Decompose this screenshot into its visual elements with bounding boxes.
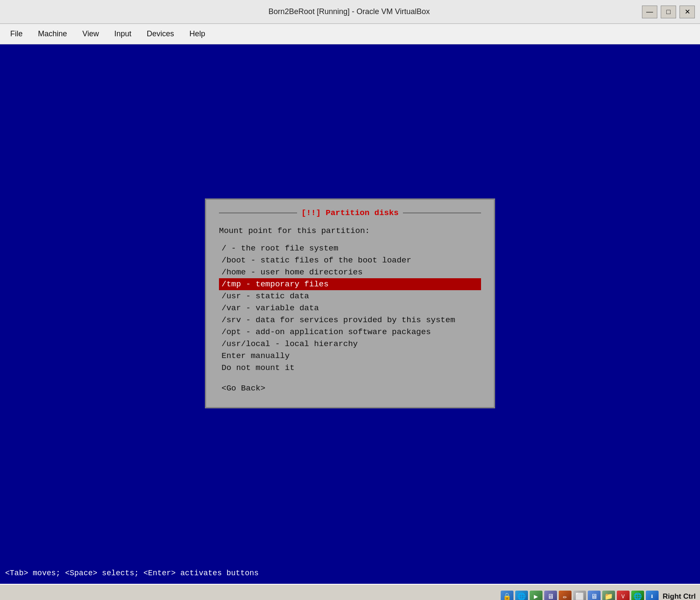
menubar: File Machine View Input Devices Help xyxy=(0,24,700,44)
partition-dialog: [!!] Partition disks Mount point for thi… xyxy=(205,198,495,408)
status-text: <Tab> moves; <Space> selects; <Enter> ac… xyxy=(5,569,259,577)
vm-screen[interactable]: [!!] Partition disks Mount point for thi… xyxy=(0,44,700,562)
option-root[interactable]: / - the root file system xyxy=(219,242,481,254)
taskbar-icon-11[interactable]: ⬇ xyxy=(646,591,659,600)
menu-help[interactable]: Help xyxy=(183,27,212,41)
statusbar: <Tab> moves; <Space> selects; <Enter> ac… xyxy=(0,562,700,584)
window-title: Born2BeRoot [Running] - Oracle VM Virtua… xyxy=(56,7,642,16)
menu-view[interactable]: View xyxy=(76,27,106,41)
option-do-not-mount[interactable]: Do not mount it xyxy=(219,362,481,374)
taskbar-icon-10[interactable]: 🌐 xyxy=(631,591,644,600)
taskbar: 🔒 🌐 ▶ 🖥 ✏ ⬜ 🖥 📁 V 🌐 ⬇ Right Ctrl xyxy=(0,584,700,600)
maximize-button[interactable]: □ xyxy=(661,6,676,18)
taskbar-icon-3[interactable]: ▶ xyxy=(530,591,542,600)
menu-devices[interactable]: Devices xyxy=(140,27,181,41)
taskbar-icon-2[interactable]: 🌐 xyxy=(515,591,528,600)
option-tmp[interactable]: /tmp - temporary files xyxy=(219,278,481,290)
taskbar-icon-6[interactable]: ⬜ xyxy=(573,591,586,600)
go-back-button[interactable]: <Go Back> xyxy=(219,382,268,394)
dialog-prompt: Mount point for this partition: xyxy=(219,226,481,236)
option-home[interactable]: /home - user home directories xyxy=(219,266,481,278)
menu-file[interactable]: File xyxy=(3,27,29,41)
option-usrlocal[interactable]: /usr/local - local hierarchy xyxy=(219,338,481,350)
window-controls: — □ ✕ xyxy=(642,6,695,18)
option-usr[interactable]: /usr - static data xyxy=(219,290,481,302)
dialog-title-row: [!!] Partition disks xyxy=(219,208,481,218)
option-srv[interactable]: /srv - data for services provided by thi… xyxy=(219,314,481,326)
taskbar-icon-1[interactable]: 🔒 xyxy=(501,591,513,600)
taskbar-icon-8[interactable]: 📁 xyxy=(602,591,615,600)
option-boot[interactable]: /boot - static files of the boot loader xyxy=(219,254,481,266)
taskbar-icon-4[interactable]: 🖥 xyxy=(544,591,557,600)
option-var[interactable]: /var - variable data xyxy=(219,302,481,314)
titlebar: Born2BeRoot [Running] - Oracle VM Virtua… xyxy=(0,0,700,24)
option-enter-manually[interactable]: Enter manually xyxy=(219,350,481,362)
taskbar-icon-7[interactable]: 🖥 xyxy=(588,591,601,600)
title-line-right xyxy=(403,213,481,213)
minimize-button[interactable]: — xyxy=(642,6,657,18)
close-button[interactable]: ✕ xyxy=(680,6,695,18)
option-opt[interactable]: /opt - add-on application software packa… xyxy=(219,326,481,338)
taskbar-icon-5[interactable]: ✏ xyxy=(559,591,572,600)
taskbar-icon-9[interactable]: V xyxy=(617,591,630,600)
title-line-left xyxy=(219,213,297,213)
dialog-content: Mount point for this partition: / - the … xyxy=(219,226,481,394)
right-ctrl-label: Right Ctrl xyxy=(663,592,696,600)
menu-input[interactable]: Input xyxy=(108,27,138,41)
menu-machine[interactable]: Machine xyxy=(31,27,74,41)
dialog-title: [!!] Partition disks xyxy=(297,208,403,218)
